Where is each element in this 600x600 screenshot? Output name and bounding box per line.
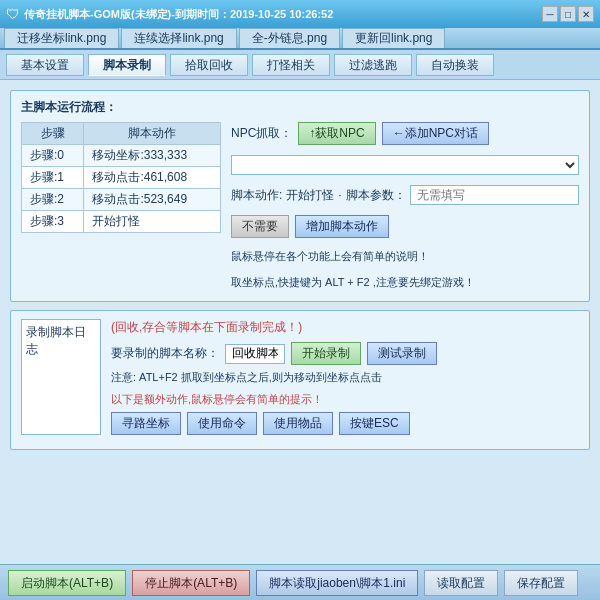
action-cell: 开始打怪 (84, 211, 221, 233)
window-controls: ─ □ ✕ (542, 6, 594, 22)
start-record-button[interactable]: 开始录制 (291, 342, 361, 365)
action-cell: 移动点击:523,649 (84, 189, 221, 211)
file-tab-2[interactable]: 连续选择link.png (121, 28, 236, 48)
log-content: (回收,存合等脚本在下面录制完成！) 要录制的脚本名称： 开始录制 测试录制 注… (111, 319, 579, 435)
main-script-section: 主脚本运行流程： 步骤 脚本动作 步骤:0移动坐标:333,333步骤:1移动点… (10, 90, 590, 302)
log-section: 录制脚本日志 (回收,存合等脚本在下面录制完成！) 要录制的脚本名称： 开始录制… (21, 319, 579, 435)
note1: 注意: ATL+F2 抓取到坐标点之后,则为移动到坐标点点击 (111, 369, 579, 387)
table-row: 步骤:1移动点击:461,608 (22, 167, 221, 189)
file-tab-3[interactable]: 全-外链息.png (239, 28, 340, 48)
maximize-button[interactable]: □ (560, 6, 576, 22)
bottom-bar: 启动脚本(ALT+B) 停止脚本(ALT+B) 脚本读取jiaoben\脚本1.… (0, 564, 600, 600)
npc-select[interactable] (231, 155, 579, 175)
file-tab-1[interactable]: 迁移坐标link.png (4, 28, 119, 48)
npc-fetch-row: NPC抓取： ↑获取NPC ←添加NPC对话 (231, 122, 579, 145)
nav-pickup-recycle[interactable]: 拾取回收 (170, 54, 248, 76)
file-tabs: 迁移坐标link.png 连续选择link.png 全-外链息.png 更新回l… (0, 28, 600, 50)
dot-separator: · (338, 188, 341, 202)
main-script-layout: 步骤 脚本动作 步骤:0移动坐标:333,333步骤:1移动点击:461,608… (21, 122, 579, 293)
record-row: 要录制的脚本名称： 开始录制 测试录制 (111, 342, 579, 365)
start-script-button[interactable]: 启动脚本(ALT+B) (8, 570, 126, 596)
file-tab-4[interactable]: 更新回link.png (342, 28, 445, 48)
main-script-title: 主脚本运行流程： (21, 99, 579, 116)
table-row: 步骤:2移动点击:523,649 (22, 189, 221, 211)
window-title: 传奇挂机脚本-GOM版(未绑定)-到期时间：2019-10-25 10:26:5… (24, 7, 542, 22)
npc-select-row (231, 155, 579, 175)
npc-label: NPC抓取： (231, 125, 292, 142)
step-cell: 步骤:2 (22, 189, 84, 211)
stop-script-button[interactable]: 停止脚本(ALT+B) (132, 570, 250, 596)
not-needed-button[interactable]: 不需要 (231, 215, 289, 238)
record-script-section: 录制脚本日志 (回收,存合等脚本在下面录制完成！) 要录制的脚本名称： 开始录制… (10, 310, 590, 450)
step-cell: 步骤:0 (22, 145, 84, 167)
hint2: 取坐标点,快捷键为 ALT + F2 ,注意要先绑定游戏！ (231, 274, 579, 292)
use-item-button[interactable]: 使用物品 (263, 412, 333, 435)
step-cell: 步骤:1 (22, 167, 84, 189)
title-bar: 🛡 传奇挂机脚本-GOM版(未绑定)-到期时间：2019-10-25 10:26… (0, 0, 600, 28)
script-param-label: 脚本参数： (346, 187, 406, 204)
script-action-label: 脚本动作: (231, 187, 282, 204)
add-script-action-button[interactable]: 增加脚本动作 (295, 215, 389, 238)
minimize-button[interactable]: ─ (542, 6, 558, 22)
npc-panel: NPC抓取： ↑获取NPC ←添加NPC对话 脚本动作: 开始打怪 · 脚本参数… (231, 122, 579, 293)
action-cell: 移动点击:461,608 (84, 167, 221, 189)
log-label-box: 录制脚本日志 (21, 319, 101, 435)
col-step: 步骤 (22, 123, 84, 145)
record-name-input[interactable] (225, 344, 285, 364)
action-cell: 移动坐标:333,333 (84, 145, 221, 167)
steps-col: 步骤 脚本动作 步骤:0移动坐标:333,333步骤:1移动点击:461,608… (21, 122, 221, 293)
app-icon: 🛡 (6, 6, 20, 22)
script-action-value: 开始打怪 (286, 187, 334, 204)
step-cell: 步骤:3 (22, 211, 84, 233)
extra-btns-row: 寻路坐标 使用命令 使用物品 按键ESC (111, 412, 579, 435)
hint1: 鼠标悬停在各个功能上会有简单的说明！ (231, 248, 579, 266)
test-record-button[interactable]: 测试录制 (367, 342, 437, 365)
main-nav: 基本设置 脚本录制 拾取回收 打怪相关 过滤逃跑 自动换装 (0, 50, 600, 80)
table-row: 步骤:0移动坐标:333,333 (22, 145, 221, 167)
add-npc-dialog-button[interactable]: ←添加NPC对话 (382, 122, 489, 145)
use-command-button[interactable]: 使用命令 (187, 412, 257, 435)
action-btns-row: 不需要 增加脚本动作 (231, 215, 579, 238)
content-area: 主脚本运行流程： 步骤 脚本动作 步骤:0移动坐标:333,333步骤:1移动点… (0, 80, 600, 564)
note2: 以下是额外动作,鼠标悬停会有简单的提示！ (111, 391, 579, 409)
log-hint: (回收,存合等脚本在下面录制完成！) (111, 319, 579, 336)
script-action-row: 脚本动作: 开始打怪 · 脚本参数： (231, 185, 579, 205)
save-config-button[interactable]: 保存配置 (504, 570, 578, 596)
nav-fight-related[interactable]: 打怪相关 (252, 54, 330, 76)
nav-auto-equip[interactable]: 自动换装 (416, 54, 494, 76)
record-label: 要录制的脚本名称： (111, 345, 219, 362)
nav-script-record[interactable]: 脚本录制 (88, 54, 166, 76)
nav-filter-escape[interactable]: 过滤逃跑 (334, 54, 412, 76)
nav-basic-settings[interactable]: 基本设置 (6, 54, 84, 76)
steps-table: 步骤 脚本动作 步骤:0移动坐标:333,333步骤:1移动点击:461,608… (21, 122, 221, 233)
script-param-input[interactable] (410, 185, 579, 205)
col-action: 脚本动作 (84, 123, 221, 145)
table-row: 步骤:3开始打怪 (22, 211, 221, 233)
read-config-button[interactable]: 读取配置 (424, 570, 498, 596)
find-coord-button[interactable]: 寻路坐标 (111, 412, 181, 435)
fetch-npc-button[interactable]: ↑获取NPC (298, 122, 375, 145)
press-esc-button[interactable]: 按键ESC (339, 412, 410, 435)
close-button[interactable]: ✕ (578, 6, 594, 22)
load-script-button[interactable]: 脚本读取jiaoben\脚本1.ini (256, 570, 418, 596)
